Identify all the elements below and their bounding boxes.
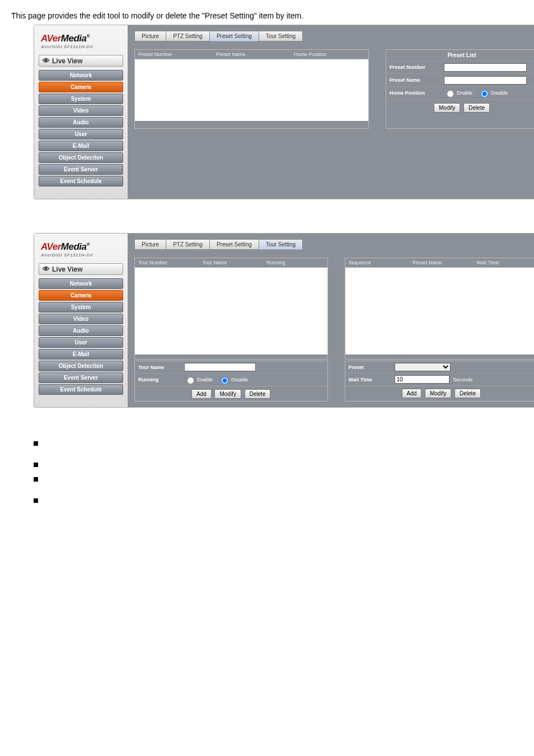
app-window-preset: AVerMedia® AVerDiGi SF1311H-DV 👁 Live Vi… [34,25,534,199]
logo: AVerMedia® AVerDiGi SF1311H-DV [38,31,124,50]
tour-controls-left: Tour Name Running Enable Disable [134,361,328,402]
wait-time-input[interactable] [395,375,449,384]
eye-icon: 👁 [43,57,50,65]
col-preset-number: Preset Number [135,50,213,59]
preset-form-title: Preset List [386,50,534,61]
col-wait-time: Wait Time [474,258,535,267]
sidebar-item-email[interactable]: E-Mail [39,349,123,360]
sequence-list-box: Sequence Preset Name Wait Time [345,258,535,360]
modify-button[interactable]: Modify [425,389,451,398]
live-view-button[interactable]: 👁 Live View [39,55,123,67]
tab-picture[interactable]: Picture [134,31,166,41]
sidebar-item-event-server[interactable]: Event Server [39,164,123,175]
tour-list-box: Tour Number Tour Name Running [134,258,328,360]
sidebar-item-user[interactable]: User [39,129,123,139]
preset-name-input[interactable] [444,76,527,85]
tour-controls-right: Preset Wait Time Seconds Add [345,361,535,402]
sidebar-item-camera[interactable]: Camera [39,82,123,92]
preset-form: Preset List Preset Number Preset Name Ho… [386,49,534,129]
tab-picture[interactable]: Picture [134,239,166,250]
tab-tour-setting[interactable]: Tour Setting [259,31,303,41]
delete-button[interactable]: Delete [245,389,271,399]
label-wait-time: Wait Time [345,375,391,385]
live-view-label: Live View [52,57,82,65]
tab-tour-setting[interactable]: Tour Setting [259,239,303,250]
bullet [34,463,38,467]
sidebar-item-user[interactable]: User [39,337,123,348]
sidebar-item-event-schedule[interactable]: Event Schedule [39,176,123,186]
sidebar: AVerMedia® AVerDiGi SF1311H-DV 👁 Live Vi… [34,234,128,407]
col-running: Running [263,258,327,267]
sidebar-item-system[interactable]: System [39,302,123,312]
sidebar-item-event-server[interactable]: Event Server [39,372,123,383]
preset-list-body[interactable] [135,59,368,121]
sidebar-item-system[interactable]: System [39,94,123,104]
sidebar: AVerMedia® AVerDiGi SF1311H-DV 👁 Live Vi… [34,25,128,199]
preset-list-box: Preset Number Preset Name Home Position [134,49,369,129]
label-preset: Preset [345,362,391,372]
intro-text: This page provides the edit tool to modi… [11,11,534,20]
delete-button[interactable]: Delete [463,103,490,113]
delete-button[interactable]: Delete [455,389,481,398]
label-preset-number: Preset Number [386,62,441,73]
tab-ptz-setting[interactable]: PTZ Setting [166,239,209,250]
radio-disable[interactable]: Disable [218,375,248,384]
sequence-list-body[interactable] [345,268,535,354]
radio-enable[interactable]: Enable [184,375,213,384]
radio-enable[interactable]: Enable [444,88,472,97]
tabs: Picture PTZ Setting Preset Setting Tour … [134,239,534,250]
modify-button[interactable]: Modify [434,103,460,113]
eye-icon: 👁 [43,265,50,273]
sidebar-item-object-detection[interactable]: Object Detection [39,361,123,371]
live-view-label: Live View [52,265,82,273]
col-home-position: Home Position [291,50,368,59]
tab-preset-setting[interactable]: Preset Setting [209,239,259,250]
label-tour-name: Tour Name [135,362,181,372]
add-button[interactable]: Add [402,389,422,398]
col-tour-number: Tour Number [135,258,199,267]
tab-ptz-setting[interactable]: PTZ Setting [166,31,209,41]
preset-select[interactable] [395,363,451,371]
label-home-position: Home Position [386,87,441,99]
modify-button[interactable]: Modify [214,389,241,399]
bullet [34,441,38,446]
seconds-label: Seconds [453,377,472,382]
preset-number-input[interactable] [444,63,527,72]
col-preset-name: Preset Name [213,50,291,59]
live-view-button[interactable]: 👁 Live View [39,263,123,275]
sidebar-item-video[interactable]: Video [39,314,123,324]
sidebar-item-audio[interactable]: Audio [39,325,123,336]
col-sequence: Sequence [345,258,410,267]
sidebar-item-video[interactable]: Video [39,105,123,116]
label-running: Running [135,375,181,385]
tour-name-input[interactable] [184,363,256,371]
col-preset-name: Preset Name [409,258,474,267]
tour-list-body[interactable] [135,268,327,354]
radio-disable[interactable]: Disable [478,88,508,97]
sidebar-item-network[interactable]: Network [39,278,123,289]
tab-preset-setting[interactable]: Preset Setting [209,31,259,41]
sidebar-item-network[interactable]: Network [39,70,123,81]
bullet [34,477,38,482]
label-preset-name: Preset Name [386,74,441,86]
sidebar-item-audio[interactable]: Audio [39,117,123,128]
sidebar-item-email[interactable]: E-Mail [39,141,123,151]
app-window-tour: AVerMedia® AVerDiGi SF1311H-DV 👁 Live Vi… [34,233,534,408]
bullet [34,498,38,503]
col-tour-name: Tour Name [199,258,264,267]
bullet-list [34,441,523,503]
add-button[interactable]: Add [191,389,212,399]
sidebar-item-event-schedule[interactable]: Event Schedule [39,384,123,395]
logo: AVerMedia® AVerDiGi SF1311H-DV [38,239,124,259]
sidebar-item-object-detection[interactable]: Object Detection [39,152,123,163]
sidebar-item-camera[interactable]: Camera [39,290,123,301]
tabs: Picture PTZ Setting Preset Setting Tour … [134,31,534,41]
